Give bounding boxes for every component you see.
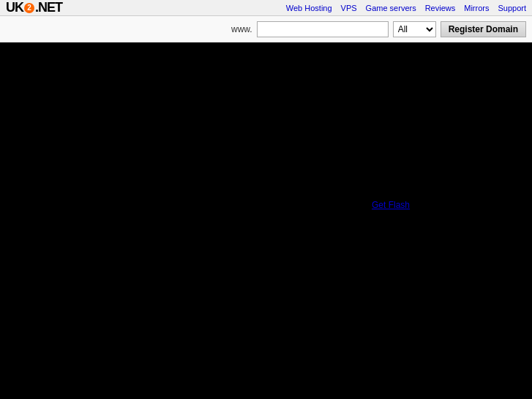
logo[interactable]: UK 2 .NET	[6, 0, 62, 15]
header: UK 2 .NET Web Hosting VPS Game servers R…	[0, 0, 532, 16]
nav-web-hosting[interactable]: Web Hosting	[286, 4, 332, 12]
domain-input[interactable]	[257, 21, 389, 37]
tld-select[interactable]: All .com .net .org .co.uk .uk	[393, 21, 436, 37]
logo-circle-icon: 2	[24, 3, 34, 13]
domain-bar: www. All .com .net .org .co.uk .uk Regis…	[0, 16, 532, 42]
main-content: Get Flash	[0, 42, 532, 399]
logo-post: .NET	[35, 0, 62, 15]
nav-support[interactable]: Support	[498, 4, 526, 12]
register-domain-button[interactable]: Register Domain	[441, 21, 526, 37]
nav-links: Web Hosting VPS Game servers Reviews Mir…	[286, 4, 526, 12]
logo-pre: UK	[6, 0, 23, 15]
www-label: www.	[231, 24, 252, 34]
nav-mirrors[interactable]: Mirrors	[464, 4, 489, 12]
get-flash-link[interactable]: Get Flash	[372, 200, 410, 210]
nav-game-servers[interactable]: Game servers	[366, 4, 416, 12]
nav-vps[interactable]: VPS	[341, 4, 357, 12]
nav-reviews[interactable]: Reviews	[425, 4, 456, 12]
